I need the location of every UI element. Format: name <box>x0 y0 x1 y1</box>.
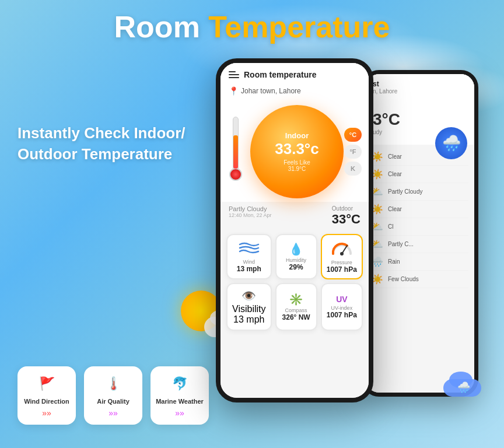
main-phone-frame: Room temperature 📍 Johar town, Lahore <box>216 58 373 402</box>
air-quality-icon: 🌡️ <box>100 373 126 394</box>
marine-weather-arrows: »» <box>175 408 184 418</box>
humidity-icon: 💧 <box>289 242 303 256</box>
bg-cloud-bottom: 🌧️ <box>440 362 474 393</box>
title-part1: Room <box>114 10 209 44</box>
humidity-value: 29% <box>289 263 303 271</box>
list-item: ☀️ Few Clouds <box>372 271 468 288</box>
condition-time: 12:40 Mon, 22 Apr <box>229 212 272 218</box>
thermometer-bulb <box>229 168 242 181</box>
widget-grid: Wind 13 mph 💧 Humidity 29% <box>220 230 369 334</box>
bg-condition-partly2: Partly C... <box>388 241 468 247</box>
main-phone-screen: Room temperature 📍 Johar town, Lahore <box>220 63 369 398</box>
air-quality-card[interactable]: 🌡️ Air Quality »» <box>84 366 142 425</box>
visibility-label: Visibility <box>232 304 266 314</box>
wind-direction-card[interactable]: 🚩 Wind Direction »» <box>18 366 76 425</box>
condition-left: Partly Cloudy 12:40 Mon, 22 Apr <box>229 205 272 218</box>
list-item: ⛅ Cl <box>372 218 468 236</box>
marine-weather-card[interactable]: 🐬 Marine Weather »» <box>150 366 209 425</box>
main-title: Room Temperature <box>0 10 504 44</box>
thermometer <box>228 117 244 187</box>
thermometer-fill <box>233 135 238 169</box>
title-part2: Temperature <box>208 10 390 44</box>
compass-value: 326° NW <box>282 313 310 321</box>
wind-value: 13 mph <box>237 265 261 273</box>
celsius-button[interactable]: °C <box>344 128 362 142</box>
fahrenheit-button[interactable]: °F <box>344 145 362 159</box>
wind-label: Wind <box>243 259 255 265</box>
subtitle-text: Instantly Check Indoor/Outdoor Temperatu… <box>18 123 192 165</box>
bg-condition-clear3: Clear <box>388 206 468 212</box>
air-quality-label: Air Quality <box>97 398 130 405</box>
uv-icon: UV <box>336 295 347 304</box>
temperature-value: 33.3°c <box>275 140 318 158</box>
compass-label: Compass <box>285 307 307 313</box>
bg-condition-rain: Rain <box>388 258 468 265</box>
weather-condition-row: Partly Cloudy 12:40 Mon, 22 Apr Outdoor … <box>220 202 369 230</box>
wind-direction-arrows: »» <box>42 408 51 418</box>
bg-condition-cl: Cl <box>388 223 468 230</box>
wind-direction-icon: 🚩 <box>34 373 60 394</box>
list-item: ⛅ Partly C... <box>372 236 468 253</box>
main-phone-container: Room temperature 📍 Johar town, Lahore <box>216 58 382 432</box>
thermometer-tube <box>233 117 239 169</box>
condition-right: Outdoor 33°C <box>332 205 360 227</box>
marine-weather-label: Marine Weather <box>156 398 204 405</box>
bg-location: n, Lahore <box>373 88 467 94</box>
compass-widget: ✳️ Compass 326° NW <box>275 283 317 331</box>
location-pin-icon: 📍 <box>229 86 239 96</box>
air-quality-arrows: »» <box>108 408 118 418</box>
outdoor-label: Outdoor <box>332 205 360 212</box>
compass-icon: ✳️ <box>289 292 303 306</box>
outdoor-temp: 33°C <box>332 212 360 227</box>
bg-condition-partly1: Partly Cloudy <box>388 188 468 195</box>
bg-header-title: st <box>373 80 467 88</box>
pressure-icon <box>331 240 353 258</box>
feature-cards-container: 🚩 Wind Direction »» 🌡️ Air Quality »» 🐬 … <box>18 366 209 425</box>
pressure-widget: Pressure 1007 hPa <box>321 234 363 279</box>
visibility-icon: 👁️ <box>242 289 256 303</box>
feels-like-text: Feels Like 31.9°C <box>284 159 310 172</box>
uv-widget: UV UV-index 1007 hPa <box>321 283 363 331</box>
wind-direction-label: Wind Direction <box>24 398 69 405</box>
location-text: Johar town, Lahore <box>241 87 301 95</box>
list-item: ⛅ Partly Cloudy <box>372 183 468 201</box>
list-item: ☀️ Clear <box>372 201 468 218</box>
indoor-label: Indoor <box>285 131 309 140</box>
bg-condition-fewclouds: Few Clouds <box>388 276 468 282</box>
location-bar: 📍 Johar town, Lahore <box>220 84 369 100</box>
visibility-value: 13 mph <box>233 314 264 325</box>
list-item: ☀️ Clear <box>372 166 468 183</box>
bg-weather-icon: 🌧️ <box>435 127 467 159</box>
pressure-label: Pressure <box>331 260 352 265</box>
wind-widget: Wind 13 mph <box>226 234 272 279</box>
kelvin-button[interactable]: K <box>344 162 362 176</box>
uv-label: UV-index <box>331 305 353 311</box>
svg-line-1 <box>342 246 347 254</box>
humidity-widget: 💧 Humidity 29% <box>275 234 317 279</box>
unit-selector: °C °F K <box>344 128 362 176</box>
temperature-circle: Indoor 33.3°c Feels Like 31.9°C <box>250 105 344 198</box>
list-item: 🌧️ Rain <box>372 253 468 271</box>
marine-weather-icon: 🐬 <box>167 373 192 394</box>
bg-condition-clear2: Clear <box>388 171 468 177</box>
visibility-widget: 👁️ Visibility 13 mph <box>226 283 272 331</box>
phone-header: Room temperature <box>220 63 369 84</box>
condition-title: Partly Cloudy <box>229 205 272 212</box>
uv-value: 1007 hPa <box>327 311 357 319</box>
hamburger-menu[interactable] <box>229 71 239 78</box>
pressure-value: 1007 hPa <box>327 265 357 274</box>
phone-title: Room temperature <box>244 70 316 79</box>
humidity-label: Humidity <box>286 257 306 263</box>
wind-icon <box>239 241 260 258</box>
